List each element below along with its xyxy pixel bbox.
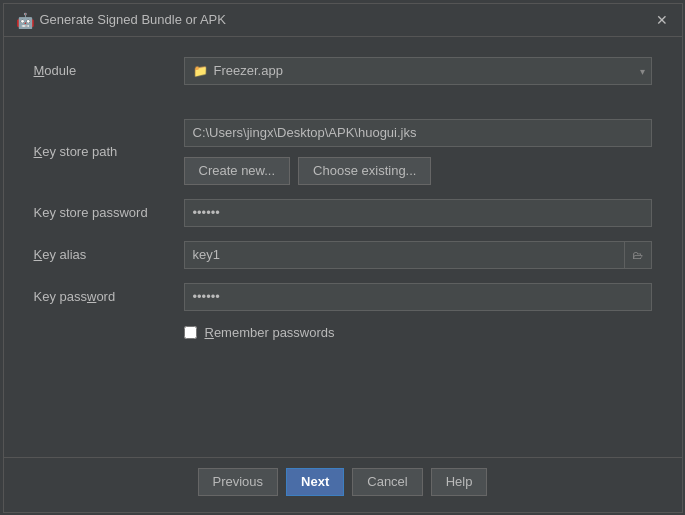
key-alias-row: Key alias 🗁: [34, 241, 652, 269]
footer: Previous Next Cancel Help: [4, 457, 682, 512]
remember-passwords-label[interactable]: Remember passwords: [205, 325, 335, 340]
title-bar: 🤖 Generate Signed Bundle or APK ✕: [4, 4, 682, 37]
cancel-button[interactable]: Cancel: [352, 468, 422, 496]
close-button[interactable]: ✕: [654, 12, 670, 28]
dialog-title: Generate Signed Bundle or APK: [40, 12, 654, 27]
android-icon: 🤖: [16, 12, 32, 28]
spacer-1: [34, 99, 652, 119]
key-alias-input[interactable]: [184, 241, 624, 269]
module-select[interactable]: Freezer.app: [210, 63, 643, 78]
module-label: Module: [34, 63, 184, 78]
key-password-label: Key password: [34, 289, 184, 304]
keystore-path-control: Create new... Choose existing...: [184, 119, 652, 185]
keystore-button-row: Create new... Choose existing...: [184, 157, 652, 185]
module-folder-icon: 📁: [193, 64, 208, 78]
create-new-button[interactable]: Create new...: [184, 157, 291, 185]
remember-passwords-row: Remember passwords: [184, 325, 652, 340]
dialog: 🤖 Generate Signed Bundle or APK ✕ Module…: [3, 3, 683, 513]
form-content: Module 📁 Freezer.app ▾ Key store path: [4, 37, 682, 457]
remember-passwords-checkbox[interactable]: [184, 326, 197, 339]
keystore-password-input[interactable]: [184, 199, 652, 227]
module-control: 📁 Freezer.app ▾: [184, 57, 652, 85]
module-row: Module 📁 Freezer.app ▾: [34, 57, 652, 85]
keystore-password-control: [184, 199, 652, 227]
help-button[interactable]: Help: [431, 468, 488, 496]
previous-button[interactable]: Previous: [198, 468, 279, 496]
key-password-row: Key password: [34, 283, 652, 311]
key-password-input[interactable]: [184, 283, 652, 311]
keystore-password-label: Key store password: [34, 205, 184, 220]
folder-browse-icon: 🗁: [632, 249, 643, 261]
key-password-control: [184, 283, 652, 311]
key-alias-control: 🗁: [184, 241, 652, 269]
key-alias-wrapper: 🗁: [184, 241, 652, 269]
keystore-path-input[interactable]: [184, 119, 652, 147]
key-alias-browse-button[interactable]: 🗁: [624, 241, 652, 269]
next-button[interactable]: Next: [286, 468, 344, 496]
key-alias-label: Key alias: [34, 247, 184, 262]
keystore-path-label: Key store path: [34, 144, 184, 159]
choose-existing-button[interactable]: Choose existing...: [298, 157, 431, 185]
keystore-path-row: Key store path Create new... Choose exis…: [34, 119, 652, 185]
module-select-wrapper[interactable]: 📁 Freezer.app ▾: [184, 57, 652, 85]
keystore-password-row: Key store password: [34, 199, 652, 227]
